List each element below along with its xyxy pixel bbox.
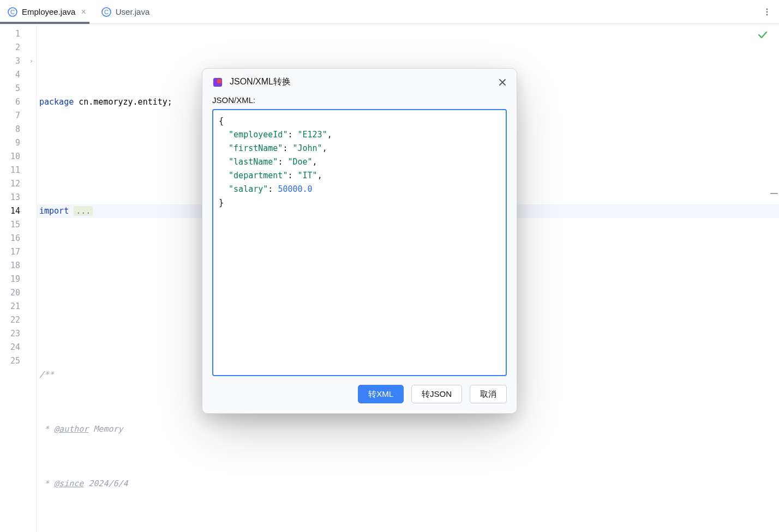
line-number: 21: [0, 300, 37, 313]
json-textarea[interactable]: { "employeeId": "E123", "firstName": "Jo…: [212, 109, 507, 376]
line-number: 7: [0, 109, 37, 123]
line-number: 23: [0, 327, 37, 341]
gutter: 123›456789101112131415161718192021222324…: [0, 24, 37, 532]
line-number: 16: [0, 232, 37, 245]
package-name: cn.memoryzy.entity;: [74, 97, 172, 107]
more-vert-icon[interactable]: [763, 8, 771, 16]
line-number: 18: [0, 259, 37, 273]
line-number: 17: [0, 245, 37, 259]
svg-point-4: [766, 8, 768, 10]
plugin-icon: [212, 77, 223, 88]
dialog-title: JSON/XML转换: [230, 76, 291, 88]
tab-label: Employee.java: [22, 7, 75, 16]
line-number: 19: [0, 273, 37, 286]
line-number: 4: [0, 68, 37, 82]
line-number: 2: [0, 41, 37, 55]
json-xml-dialog: JSON/XML转换 JSON/XML: { "employeeId": "E1…: [202, 68, 517, 414]
fold-ellipsis[interactable]: ...: [74, 206, 93, 216]
doc-open: /**: [39, 370, 54, 379]
line-number: 3›: [0, 55, 37, 68]
line-number: 11: [0, 164, 37, 177]
line-number: 22: [0, 313, 37, 327]
svg-point-6: [766, 14, 768, 15]
svg-rect-8: [217, 79, 221, 83]
line-number: 14: [0, 204, 37, 218]
doc-since-value: 2024/6/4: [83, 479, 128, 488]
convert-json-button[interactable]: 转JSON: [411, 385, 462, 403]
close-icon[interactable]: [498, 78, 507, 87]
dialog-buttons: 转XML 转JSON 取消: [202, 385, 517, 413]
line-number: 6: [0, 95, 37, 109]
line-number: 10: [0, 150, 37, 164]
close-icon[interactable]: ×: [81, 7, 86, 17]
line-number: 24: [0, 341, 37, 354]
doc-tag-author: @author: [54, 424, 88, 434]
dialog-titlebar: JSON/XML转换: [202, 69, 517, 92]
doc-prefix: *: [39, 479, 54, 488]
line-number: 8: [0, 123, 37, 136]
tab-label: User.java: [116, 7, 150, 16]
tab-user[interactable]: C User.java: [94, 0, 158, 23]
line-number: 5: [0, 82, 37, 95]
doc-author-value: Memory: [88, 424, 123, 434]
line-number: 1: [0, 27, 37, 41]
line-number: 13: [0, 191, 37, 204]
tabbar: C Employee.java × C User.java: [0, 0, 779, 24]
line-number: 20: [0, 286, 37, 300]
svg-text:C: C: [104, 9, 109, 15]
cancel-button[interactable]: 取消: [470, 385, 507, 403]
doc-prefix: *: [39, 424, 54, 434]
svg-text:C: C: [10, 9, 15, 15]
kw-package: package: [39, 97, 74, 107]
convert-xml-button[interactable]: 转XML: [358, 385, 404, 403]
svg-point-5: [766, 11, 768, 13]
fold-toggle-icon[interactable]: ›: [29, 55, 33, 68]
tab-employee[interactable]: C Employee.java ×: [0, 0, 94, 23]
kw-import: import: [39, 206, 69, 216]
line-number: 25: [0, 354, 37, 368]
java-class-icon: C: [8, 7, 17, 17]
line-number: 9: [0, 136, 37, 150]
line-number: 15: [0, 218, 37, 232]
java-class-icon: C: [101, 7, 111, 17]
line-number: 12: [0, 177, 37, 191]
doc-tag-since: @since: [54, 479, 83, 488]
